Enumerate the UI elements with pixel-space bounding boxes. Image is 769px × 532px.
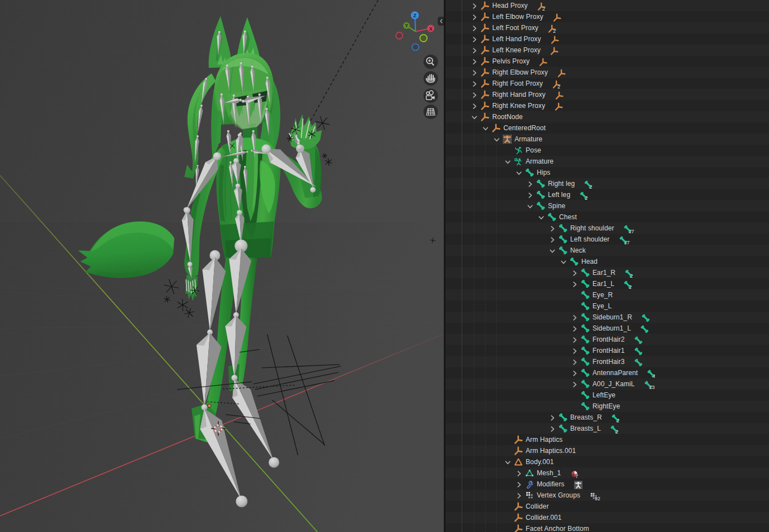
svg-text:X: X: [429, 26, 433, 32]
svg-text:Y: Y: [405, 23, 408, 28]
svg-text:Z: Z: [413, 13, 417, 18]
